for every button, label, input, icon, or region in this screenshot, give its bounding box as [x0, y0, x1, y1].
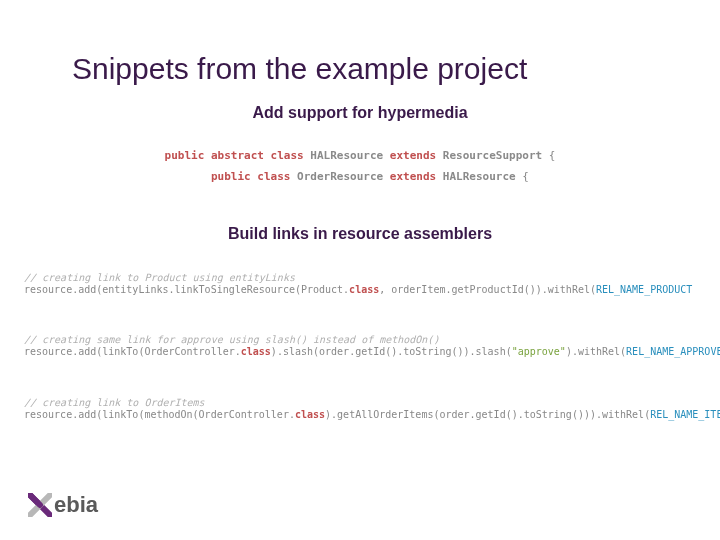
brand-text: ebia: [54, 492, 98, 518]
section-heading-hypermedia: Add support for hypermedia: [0, 104, 720, 122]
code-block-items: // creating link to OrderItems resource.…: [24, 397, 696, 421]
code-block-product: // creating link to Product using entity…: [24, 272, 696, 296]
code-snippet-assemblers: // creating link to Product using entity…: [0, 253, 720, 457]
code-line-halresource: public abstract class HALResource extend…: [165, 149, 556, 162]
code-block-approve: // creating same link for approve using …: [24, 334, 696, 358]
x-icon: [28, 493, 52, 517]
code-line-orderresource: public class OrderResource extends HALRe…: [191, 170, 529, 183]
slide: Snippets from the example project Add su…: [0, 52, 720, 457]
brand-logo: ebia: [28, 492, 98, 518]
page-title: Snippets from the example project: [72, 52, 720, 86]
section-heading-assemblers: Build links in resource assemblers: [0, 225, 720, 243]
code-snippet-hypermedia: public abstract class HALResource extend…: [0, 132, 720, 201]
